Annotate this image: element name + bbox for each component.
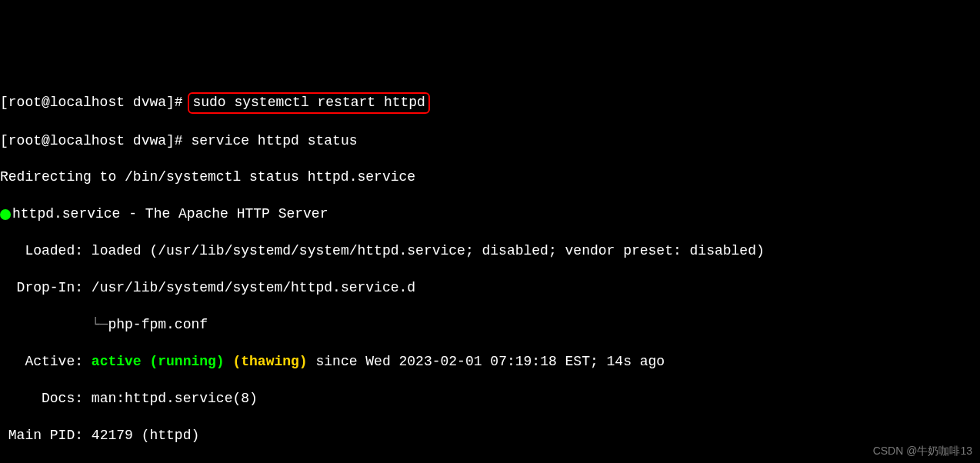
dropin-file: php-fpm.conf (108, 317, 208, 332)
active-thawing: (thawing) (225, 354, 308, 369)
dropin-path: /usr/lib/systemd/system/httpd.service.d (92, 280, 415, 295)
docs-label: Docs: (0, 391, 92, 406)
mainpid-value: 42179 (httpd) (92, 428, 199, 443)
service-title: httpd.service - The Apache HTTP Server (12, 206, 328, 222)
status-dot-icon (0, 209, 11, 220)
shell-prompt: [root@localhost dvwa]# (0, 133, 191, 148)
active-state: active (running) (92, 354, 225, 369)
dropin-label: Drop-In: (0, 280, 92, 295)
loaded-value: loaded (/usr/lib/systemd/system/httpd.se… (92, 243, 765, 258)
mainpid-label: Main PID: (0, 428, 92, 443)
watermark-text: CSDN @牛奶咖啡13 (873, 444, 972, 458)
redirect-line: Redirecting to /bin/systemctl status htt… (0, 168, 980, 187)
loaded-label: Loaded: (0, 243, 92, 258)
highlighted-command: sudo systemctl restart httpd (188, 92, 429, 114)
command-text: service httpd status (191, 133, 357, 148)
shell-prompt: [root@localhost dvwa]# (0, 95, 191, 110)
terminal-output[interactable]: [root@localhost dvwa]# sudo systemctl re… (0, 74, 980, 463)
docs-value: man:httpd.service(8) (92, 391, 258, 406)
active-label: Active: (0, 354, 92, 369)
tree-branch-icon: └─ (0, 317, 108, 332)
active-since: since Wed 2023-02-01 07:19:18 EST; 14s a… (308, 354, 665, 369)
